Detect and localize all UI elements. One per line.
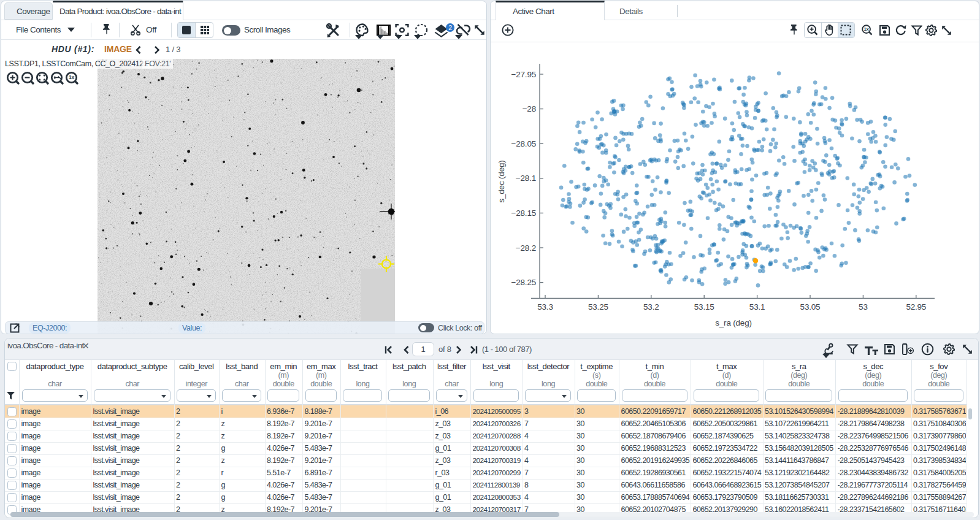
svg-text:s_ra (deg): s_ra (deg) (715, 318, 752, 327)
svg-text:−28.2: −28.2 (516, 243, 536, 253)
svg-text:53.15: 53.15 (694, 302, 714, 312)
svg-text:−28.05: −28.05 (511, 139, 536, 148)
svg-text:53.1: 53.1 (749, 302, 765, 312)
svg-text:53.05: 53.05 (800, 302, 821, 312)
svg-text:−28.25: −28.25 (511, 278, 536, 287)
svg-text:52.95: 52.95 (906, 302, 926, 312)
svg-text:−28: −28 (523, 104, 536, 113)
svg-text:1x: 1x (69, 74, 75, 80)
svg-text:53.2: 53.2 (643, 302, 659, 312)
svg-text:−27.95: −27.95 (511, 70, 536, 79)
svg-text:−28.1: −28.1 (516, 174, 536, 183)
svg-text:−28.15: −28.15 (511, 208, 536, 218)
svg-text:53.25: 53.25 (588, 302, 608, 312)
svg-text:53: 53 (859, 302, 868, 312)
svg-text:53.3: 53.3 (537, 302, 553, 312)
svg-text:s_dec (deg): s_dec (deg) (497, 160, 506, 202)
